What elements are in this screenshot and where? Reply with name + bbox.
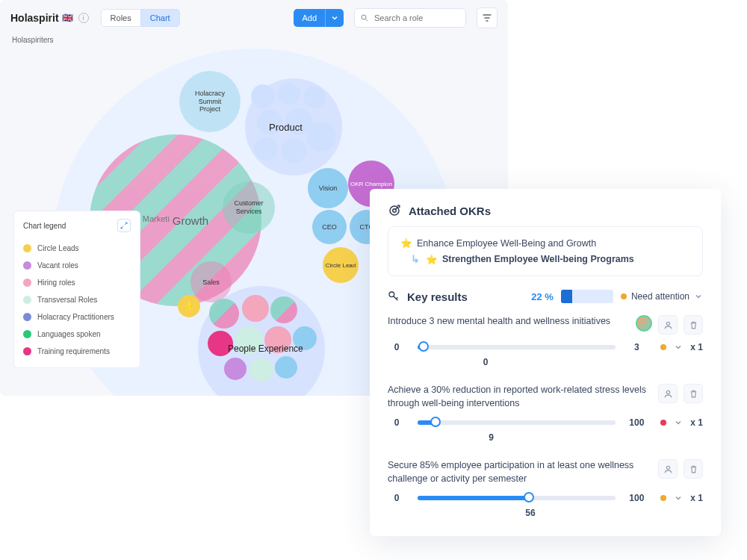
avatar[interactable]: [636, 315, 652, 332]
status-dot-icon: [660, 495, 666, 501]
kr-title: Secure 85% employee participation in at …: [388, 459, 652, 485]
delete-button[interactable]: [684, 315, 703, 335]
okr-parent[interactable]: ⭐ Enhance Employee Well-Being and Growth: [400, 237, 690, 249]
kr-min: 0: [388, 493, 406, 503]
circle-product-sub8[interactable]: [306, 122, 336, 152]
kr-status[interactable]: Need attention: [621, 291, 703, 302]
circle-vision[interactable]: Vision: [308, 168, 348, 208]
svg-point-0: [362, 15, 366, 19]
chevron-down-icon[interactable]: [674, 418, 683, 427]
kr-max: 100: [627, 493, 645, 503]
kr-min: 0: [388, 342, 406, 352]
key-results-header: Key results 22 % Need attention: [388, 290, 703, 303]
status-dot-icon: [621, 293, 627, 299]
key-icon: [388, 290, 400, 302]
chevron-down-icon[interactable]: [674, 494, 683, 503]
legend-dot-icon: [23, 330, 31, 338]
kr-slider[interactable]: [418, 420, 616, 425]
info-icon[interactable]: i: [78, 13, 89, 23]
tab-roles[interactable]: Roles: [101, 9, 141, 27]
legend-item[interactable]: Transversal Roles: [23, 291, 131, 308]
legend-dot-icon: [23, 347, 31, 355]
delete-button[interactable]: [684, 459, 703, 479]
kr-value: 56: [358, 508, 703, 518]
add-button[interactable]: Add: [294, 9, 325, 27]
legend-item[interactable]: Holacracy Practitioners: [23, 308, 131, 326]
trash-icon: [689, 464, 698, 474]
filter-button[interactable]: [477, 7, 498, 28]
circle-product-sub6[interactable]: [254, 137, 278, 161]
legend-item[interactable]: Hiring roles: [23, 274, 131, 291]
kr-multiplier: x 1: [690, 493, 703, 503]
search-input[interactable]: [354, 8, 466, 28]
legend-expand-icon[interactable]: [117, 219, 131, 232]
legend-dot-icon: [23, 279, 31, 287]
topbar: Holaspirit 🇬🇧 i Roles Chart Add: [0, 0, 508, 36]
target-icon: [388, 204, 401, 217]
assignee-button[interactable]: [658, 459, 678, 479]
kr-multiplier: x 1: [690, 417, 703, 428]
kr-slider[interactable]: [418, 345, 616, 349]
view-toggle: Roles Chart: [101, 9, 180, 27]
circle-product-label: Product: [269, 122, 303, 133]
circle-product-sub1[interactable]: [251, 84, 275, 108]
legend-item[interactable]: Training requirements: [23, 343, 131, 360]
filter-icon: [483, 13, 492, 22]
kr-title: Introduce 3 new mental health and wellne…: [388, 315, 630, 335]
legend-dot-icon: [23, 313, 31, 321]
key-result: Secure 85% employee participation in at …: [388, 459, 703, 518]
svg-point-4: [666, 322, 669, 325]
attached-okrs-header: Attached OKRs: [388, 204, 703, 217]
search-wrap: [354, 8, 466, 28]
okr-child[interactable]: ↳ ⭐ Strengthen Employee Well-being Progr…: [411, 253, 690, 265]
key-result: Achieve a 30% reduction in reported work…: [388, 384, 703, 443]
assignee-button[interactable]: [658, 315, 678, 335]
circle-star-icon[interactable]: ⭐: [178, 295, 200, 317]
circle-holacracy-summit[interactable]: Holacracy Summit Project: [179, 71, 241, 132]
kr-slider[interactable]: [418, 496, 616, 500]
person-icon: [663, 464, 673, 474]
tab-chart[interactable]: Chart: [140, 9, 180, 27]
kr-value: 0: [268, 357, 703, 367]
assignee-button[interactable]: [658, 384, 678, 403]
okr-panel: Attached OKRs ⭐ Enhance Employee Well-Be…: [370, 189, 721, 536]
kr-max: 100: [627, 417, 645, 428]
kr-percent: 22 %: [531, 291, 554, 302]
kr-min: 0: [388, 417, 406, 428]
chevron-down-icon[interactable]: [674, 343, 683, 352]
trash-icon: [689, 389, 698, 399]
legend-title: Chart legend: [23, 222, 66, 230]
person-icon: [663, 389, 673, 399]
circle-product-sub2[interactable]: [278, 83, 300, 105]
chart-legend: Chart legend Circle Leads Vacant roles H…: [13, 211, 140, 368]
circle-people-experience-label: People Experience: [228, 343, 303, 354]
legend-dot-icon: [23, 261, 31, 270]
circle-pe-sub8[interactable]: [224, 358, 247, 380]
svg-point-5: [666, 391, 669, 393]
okr-hierarchy: ⭐ Enhance Employee Well-Being and Growth…: [388, 226, 703, 276]
circle-circlelead[interactable]: Circle Lead: [323, 247, 359, 283]
kr-multiplier: x 1: [690, 342, 703, 352]
key-result: Introduce 3 new mental health and wellne…: [388, 315, 703, 367]
breadcrumb[interactable]: Holaspiriters: [0, 36, 508, 49]
circle-pe-sub1[interactable]: [209, 299, 239, 329]
circle-pe-sub2[interactable]: [242, 295, 269, 322]
legend-item[interactable]: Languages spoken: [23, 326, 131, 343]
chevron-down-icon[interactable]: [694, 292, 703, 301]
star-icon: ⭐: [426, 254, 438, 265]
circle-pe-sub3[interactable]: [270, 296, 297, 323]
legend-item[interactable]: Circle Leads: [23, 240, 131, 257]
status-dot-icon: [660, 420, 666, 426]
add-dropdown[interactable]: [325, 9, 344, 27]
add-split-button: Add: [294, 9, 344, 27]
circle-product-sub7[interactable]: [281, 138, 306, 164]
person-icon: [663, 320, 673, 330]
circle-product-sub3[interactable]: [303, 86, 326, 108]
kr-title: Achieve a 30% reduction in reported work…: [388, 384, 652, 410]
delete-button[interactable]: [684, 384, 703, 403]
app-title: Holaspirit 🇬🇧 i: [10, 12, 89, 24]
kr-max: 3: [627, 342, 645, 352]
circle-customer-services[interactable]: Customer Services: [223, 181, 275, 234]
circle-ceo[interactable]: CEO: [312, 210, 347, 244]
legend-item[interactable]: Vacant roles: [23, 257, 131, 274]
